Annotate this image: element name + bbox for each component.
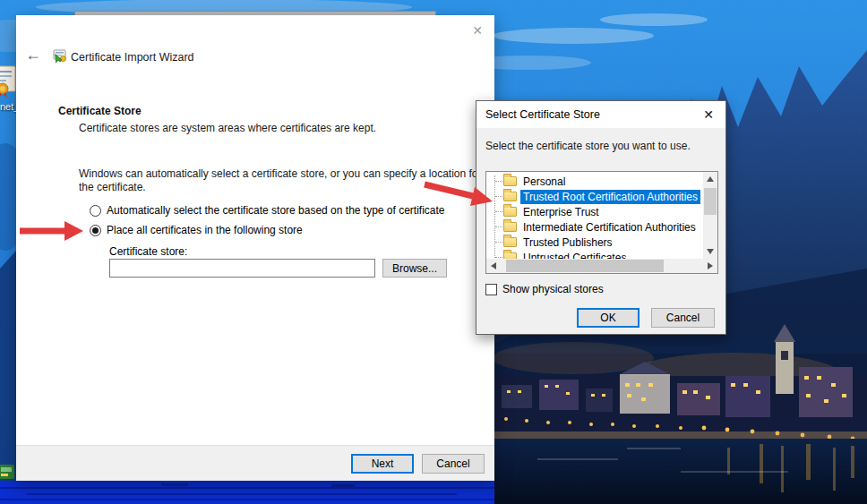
tree-viewport: Personal Trusted Root Certification Auth…	[486, 172, 703, 259]
folder-icon	[503, 252, 517, 259]
radio-auto-select-store[interactable]: Automatically select the certificate sto…	[90, 204, 445, 217]
folder-icon	[503, 222, 517, 232]
horizontal-scrollbar[interactable]	[486, 259, 717, 273]
dialog-cancel-button[interactable]: Cancel	[651, 308, 715, 328]
tree-item-personal[interactable]: Personal	[486, 174, 703, 189]
radio-button-icon[interactable]	[90, 205, 101, 217]
scroll-down-icon[interactable]	[707, 249, 714, 254]
back-arrow-icon[interactable]: ←	[25, 47, 41, 63]
radio-button-icon-checked[interactable]	[90, 225, 101, 236]
browse-button[interactable]: Browse...	[382, 259, 447, 278]
page-subheading: Certificate stores are system areas wher…	[79, 122, 376, 134]
intro-text: Windows can automatically select a certi…	[79, 167, 484, 194]
certificate-import-wizard-dialog: ✕ ← Certificate Import Wizard Certificat…	[16, 15, 494, 481]
horizontal-scrollbar-thumb[interactable]	[506, 260, 664, 272]
tree-item-trusted-root[interactable]: Trusted Root Certification Authorities	[486, 189, 703, 204]
ok-button[interactable]: OK	[577, 308, 640, 328]
scroll-left-icon[interactable]	[491, 262, 496, 269]
certificate-wizard-icon	[51, 48, 67, 64]
folder-icon	[503, 237, 517, 247]
folder-icon	[503, 207, 517, 217]
checkbox-icon[interactable]	[485, 284, 497, 295]
show-physical-stores-checkbox[interactable]: Show physical stores	[485, 283, 604, 295]
dialog-instruction: Select the certificate store you want to…	[485, 140, 691, 152]
scroll-right-icon[interactable]	[708, 262, 713, 269]
tree-item-enterprise-trust[interactable]: Enterprise Trust	[486, 204, 703, 219]
certificate-store-input[interactable]	[109, 259, 375, 278]
radio-place-label: Place all certificates in the following …	[107, 224, 303, 236]
folder-icon	[503, 192, 517, 201]
close-icon[interactable]: ✕	[700, 107, 717, 123]
select-certificate-store-dialog: Select Certificate Store ✕ Select the ce…	[476, 100, 726, 335]
checkbox-label: Show physical stores	[502, 283, 604, 295]
tree-item-intermediate[interactable]: Intermediate Certification Authorities	[486, 219, 703, 235]
wizard-title: Certificate Import Wizard	[71, 51, 194, 64]
vertical-scrollbar[interactable]	[703, 172, 717, 259]
next-button[interactable]: Next	[351, 454, 414, 474]
dialog-title: Select Certificate Store	[485, 108, 600, 121]
radio-auto-label: Automatically select the certificate sto…	[107, 204, 445, 217]
vertical-scrollbar-thumb[interactable]	[704, 188, 717, 215]
radio-place-all-certificates[interactable]: Place all certificates in the following …	[90, 224, 303, 236]
tree-item-untrusted-certificates[interactable]: Untrusted Certificates	[486, 250, 703, 259]
wizard-cancel-button[interactable]: Cancel	[422, 454, 485, 474]
certificate-store-field-label: Certificate store:	[109, 245, 187, 258]
folder-icon	[503, 176, 517, 186]
tree-item-trusted-publishers[interactable]: Trusted Publishers	[486, 235, 703, 250]
dialog-titlebar: Select Certificate Store ✕	[476, 101, 725, 128]
desktop-icon-corner[interactable]	[0, 463, 16, 481]
page-heading: Certificate Store	[58, 105, 142, 117]
certificate-store-tree: Personal Trusted Root Certification Auth…	[485, 171, 718, 274]
scroll-up-icon[interactable]	[707, 176, 714, 182]
close-icon[interactable]: ✕	[469, 22, 485, 38]
